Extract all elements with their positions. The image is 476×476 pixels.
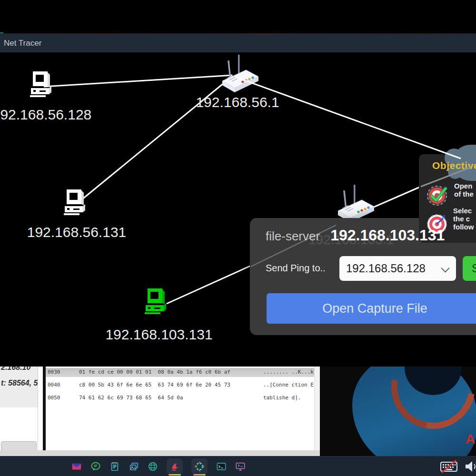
chevron-down-icon bbox=[441, 264, 449, 272]
taskbar-icon-photos[interactable] bbox=[129, 461, 139, 472]
send-ping-button[interactable]: S bbox=[463, 256, 476, 281]
net-tracer-icon bbox=[194, 461, 205, 472]
wireshark-fin-icon bbox=[169, 461, 180, 472]
objective-2-text: Selecthe cfollow bbox=[453, 207, 474, 231]
desktop-wallpaper: A bbox=[320, 367, 476, 456]
details-fragment-1: 2.168.10 bbox=[1, 367, 30, 372]
computer-node-icon-green[interactable] bbox=[144, 288, 168, 315]
dialog-node-name: file-server bbox=[266, 229, 320, 244]
window-bottom-border bbox=[0, 450, 320, 456]
bytes-scrollbar-track[interactable] bbox=[314, 367, 320, 450]
taskbar-icon-mail[interactable] bbox=[71, 461, 82, 472]
taskbar-icon-wireshark[interactable] bbox=[167, 458, 183, 475]
hex-row[interactable]: 0040c8 00 5b 43 6f 6e 6e 65 63 74 69 6f … bbox=[46, 380, 314, 393]
mail-icon bbox=[71, 461, 82, 472]
titlebar[interactable]: Net Tracer bbox=[0, 34, 476, 53]
keyboard-disabled-icon[interactable] bbox=[440, 460, 459, 473]
ping-target-select[interactable]: 192.168.56.128 bbox=[339, 256, 456, 281]
dialog-header: file-server 192.168.103.131 bbox=[266, 227, 445, 244]
taskbar bbox=[0, 456, 476, 476]
router-node-icon[interactable] bbox=[217, 55, 262, 95]
ping-label: Send Ping to.. bbox=[266, 263, 326, 274]
computer-node-icon[interactable] bbox=[63, 189, 87, 216]
monitor-icon bbox=[235, 461, 246, 472]
hex-row[interactable]: 005074 61 62 6c 69 73 68 65 64 5d 0atabl… bbox=[46, 393, 314, 406]
dock bbox=[71, 458, 246, 475]
packet-details-pane[interactable]: 2.168.10 t: 58564, 5 bbox=[0, 367, 38, 450]
taskbar-icon-net-tracer[interactable] bbox=[191, 458, 208, 475]
active-indicator bbox=[193, 474, 206, 476]
open-capture-button[interactable]: Open Capture File bbox=[267, 293, 476, 324]
notes-icon bbox=[109, 461, 120, 472]
horizontal-scrollbar-thumb[interactable] bbox=[1, 441, 37, 450]
objectives-title: Objectives bbox=[432, 160, 476, 171]
node-label: 192.168.56.131 bbox=[27, 224, 127, 240]
globe-icon bbox=[148, 461, 158, 472]
terminal-icon bbox=[216, 461, 227, 472]
active-indicator bbox=[169, 474, 181, 476]
taskbar-icon-monitor[interactable] bbox=[235, 461, 246, 472]
details-fragment-2: t: 58564, 5 bbox=[1, 379, 38, 387]
computer-node-icon[interactable] bbox=[30, 71, 53, 98]
packet-bytes-pane[interactable]: 003001 fe cd ce 00 00 01 01 08 0a 4b 1a … bbox=[46, 367, 314, 450]
system-tray bbox=[440, 460, 476, 473]
taskbar-icon-chat[interactable] bbox=[90, 461, 101, 472]
photos-icon bbox=[129, 461, 139, 472]
node-label: 192.168.56.1 bbox=[196, 94, 279, 110]
node-label: 192.168.103.131 bbox=[105, 327, 212, 343]
dialog-node-ip: 192.168.103.131 bbox=[330, 227, 445, 244]
window-title: Net Tracer bbox=[4, 34, 476, 52]
ping-target-value: 192.168.56.128 bbox=[346, 262, 426, 275]
taskbar-icon-terminal[interactable] bbox=[216, 461, 227, 472]
taskbar-icon-globe[interactable] bbox=[148, 461, 158, 472]
node-label: 192.168.56.128 bbox=[0, 107, 91, 123]
objective-1-text: Openof the bbox=[454, 182, 474, 198]
volume-icon[interactable] bbox=[465, 460, 476, 473]
wireshark-window: 2.168.10 t: 58564, 5 003001 fe cd ce 00 … bbox=[0, 367, 320, 456]
hex-row[interactable]: 003001 fe cd ce 00 00 01 01 08 0a 4b 1a … bbox=[46, 367, 314, 380]
chat-icon bbox=[90, 461, 101, 472]
taskbar-icon-notes[interactable] bbox=[109, 461, 120, 472]
details-scrollbar-track[interactable] bbox=[38, 367, 43, 450]
target-check-icon bbox=[426, 185, 448, 207]
wallpaper-watermark: A bbox=[466, 432, 475, 447]
